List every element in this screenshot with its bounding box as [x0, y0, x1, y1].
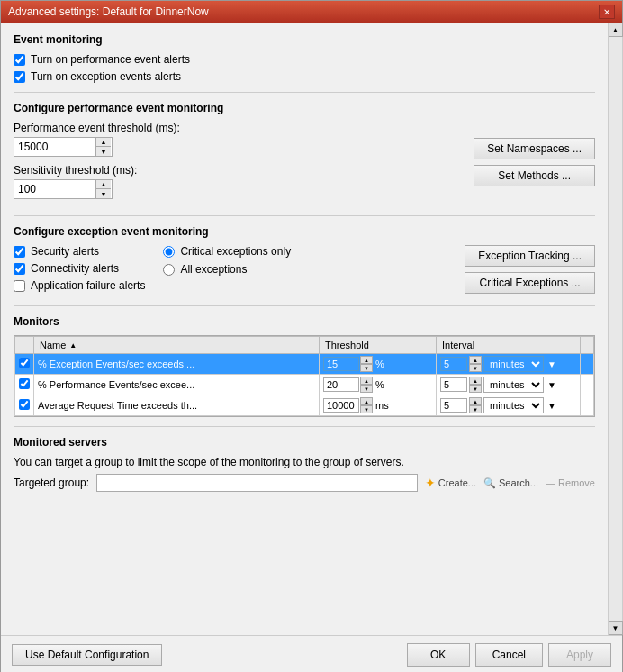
search-link[interactable]: 🔍 Search...: [483, 477, 538, 489]
sensitivity-spin-down[interactable]: ▼: [96, 189, 111, 198]
all-exceptions-row: All exceptions: [163, 263, 291, 276]
row3-threshold-input[interactable]: [323, 398, 359, 413]
row2-interval-input[interactable]: [440, 377, 467, 392]
monitor-row-1[interactable]: % Exception Events/sec exceeds ... ▲ ▼: [15, 354, 594, 375]
monitors-thead: Name ▲ Threshold Interval: [15, 337, 594, 354]
ok-button[interactable]: OK: [407, 643, 470, 667]
row2-threshold-input[interactable]: [323, 377, 359, 392]
scroll-track[interactable]: [609, 37, 623, 621]
security-alerts-checkbox[interactable]: [14, 246, 25, 258]
use-default-button[interactable]: Use Default Configuration: [12, 644, 162, 666]
row2-check-cell: [15, 375, 34, 395]
monitors-title: Monitors: [14, 315, 595, 328]
name-col-header[interactable]: Name ▲: [34, 337, 320, 354]
row2-interval-down[interactable]: ▼: [469, 385, 482, 393]
row2-interval-spin-btns: ▲ ▼: [469, 377, 482, 393]
row1-threshold-down[interactable]: ▼: [360, 364, 373, 372]
threshold-field-group: Performance event threshold (ms): ▲ ▼: [14, 122, 474, 157]
row3-interval-down[interactable]: ▼: [469, 405, 482, 413]
row1-interval-up[interactable]: ▲: [469, 356, 482, 364]
row3-interval-unit-select[interactable]: minutes hours seconds: [483, 397, 544, 413]
monitored-servers-description: You can target a group to limit the scop…: [14, 456, 595, 468]
row1-checkbox[interactable]: [19, 358, 30, 368]
row2-threshold-unit: %: [375, 379, 384, 390]
performance-section-title: Configure performance event monitoring: [14, 102, 595, 114]
create-link[interactable]: ✦ Create...: [425, 476, 476, 490]
threshold-input[interactable]: [14, 138, 95, 156]
row3-scroll-cell: [581, 395, 594, 416]
app-failure-checkbox[interactable]: [14, 280, 25, 292]
main-scrollbar[interactable]: ▲ ▼: [608, 23, 622, 635]
main-scroll-content: Event monitoring Turn on performance eve…: [1, 23, 608, 635]
search-icon: 🔍: [483, 477, 496, 489]
row3-threshold-down[interactable]: ▼: [360, 405, 373, 413]
row1-threshold-unit: %: [375, 359, 384, 369]
close-button[interactable]: ✕: [599, 5, 615, 19]
targeted-group-row: Targeted group: ✦ Create... 🔍 Search... …: [14, 474, 595, 492]
row2-interval-up[interactable]: ▲: [469, 377, 482, 385]
threshold-field-row: ▲ ▼: [14, 137, 474, 157]
row2-interval-cell: ▲ ▼ minutes hours seconds ▼: [437, 375, 581, 395]
all-exceptions-radio[interactable]: [163, 264, 175, 276]
remove-link[interactable]: — Remove: [546, 477, 595, 488]
row2-threshold-down[interactable]: ▼: [360, 385, 373, 393]
scroll-down-button[interactable]: ▼: [609, 621, 623, 635]
set-namespaces-button[interactable]: Set Namespaces ...: [474, 138, 595, 159]
remove-separator: —: [546, 477, 555, 488]
apply-button[interactable]: Apply: [548, 643, 611, 667]
row1-threshold-input[interactable]: [323, 357, 359, 371]
cancel-button[interactable]: Cancel: [475, 643, 543, 667]
row2-threshold-up[interactable]: ▲: [360, 377, 373, 385]
row3-threshold-cell: ▲ ▼ ms: [320, 395, 437, 416]
row2-checkbox[interactable]: [19, 378, 30, 389]
row3-name-cell: Average Request Time exceeds th...: [34, 395, 320, 416]
row2-interval-unit-select[interactable]: minutes hours seconds: [483, 377, 544, 393]
monitors-section: Monitors Name ▲: [14, 315, 595, 417]
interval-col-header[interactable]: Interval: [437, 337, 581, 354]
sensitivity-label: Sensitivity threshold (ms):: [14, 164, 474, 177]
monitor-row-2[interactable]: % Performance Events/sec excee... ▲ ▼: [15, 375, 594, 395]
row1-interval-cell: ▲ ▼ minutes hours seconds ▼: [437, 354, 581, 375]
row1-threshold-up[interactable]: ▲: [360, 356, 373, 364]
monitors-table-container: Name ▲ Threshold Interval: [14, 335, 595, 417]
critical-exceptions-button[interactable]: Critical Exceptions ...: [465, 272, 595, 294]
row3-interval-up[interactable]: ▲: [469, 397, 482, 405]
threshold-spin-down[interactable]: ▼: [96, 147, 111, 156]
all-exceptions-label: All exceptions: [180, 263, 247, 276]
exception-alerts-checkbox[interactable]: [14, 71, 25, 83]
sensitivity-field-row: ▲ ▼: [14, 179, 474, 199]
sensitivity-spinbox: ▲ ▼: [14, 179, 113, 199]
row1-name-cell: % Exception Events/sec exceeds ...: [34, 354, 320, 375]
scroll-up-button[interactable]: ▲: [609, 23, 623, 37]
threshold-spin-up[interactable]: ▲: [96, 138, 111, 147]
exception-alerts-label: Turn on exception events alerts: [31, 70, 181, 83]
connectivity-alerts-checkbox[interactable]: [14, 263, 25, 275]
perf-alerts-label: Turn on performance event alerts: [31, 53, 190, 66]
threshold-spin-buttons: ▲ ▼: [95, 138, 111, 156]
set-methods-button[interactable]: Set Methods ...: [474, 165, 595, 186]
row1-interval-input[interactable]: [440, 357, 467, 371]
exception-tracking-button[interactable]: Exception Tracking ...: [465, 245, 595, 267]
exception-right-buttons: Exception Tracking ... Critical Exceptio…: [465, 245, 595, 294]
row3-checkbox[interactable]: [19, 399, 30, 410]
exception-alerts-row: Turn on exception events alerts: [14, 70, 595, 83]
targeted-group-field[interactable]: [96, 474, 418, 492]
row1-interval-unit-select[interactable]: minutes hours seconds: [483, 356, 544, 372]
critical-exceptions-row: Critical exceptions only: [163, 245, 291, 258]
configure-performance-area: Performance event threshold (ms): ▲ ▼: [14, 122, 595, 206]
monitor-row-3[interactable]: Average Request Time exceeds th... ▲ ▼: [15, 395, 594, 416]
row1-threshold-spinbox: ▲ ▼ %: [323, 356, 432, 372]
sensitivity-input[interactable]: [14, 180, 95, 198]
critical-exceptions-radio[interactable]: [163, 246, 175, 258]
sensitivity-spin-up[interactable]: ▲: [96, 180, 111, 189]
event-monitoring-section: Event monitoring Turn on performance eve…: [14, 33, 595, 83]
perf-alerts-checkbox[interactable]: [14, 54, 25, 66]
row1-interval-down[interactable]: ▼: [469, 364, 482, 372]
row3-interval-input[interactable]: [440, 398, 467, 413]
row3-threshold-up[interactable]: ▲: [360, 397, 373, 405]
connectivity-alerts-row: Connectivity alerts: [14, 262, 145, 275]
threshold-col-header[interactable]: Threshold: [320, 337, 437, 354]
exception-section: Configure exception event monitoring Sec…: [14, 225, 595, 296]
exception-left: Security alerts Connectivity alerts Appl…: [14, 245, 465, 296]
row2-threshold-spin-btns: ▲ ▼: [360, 377, 373, 393]
